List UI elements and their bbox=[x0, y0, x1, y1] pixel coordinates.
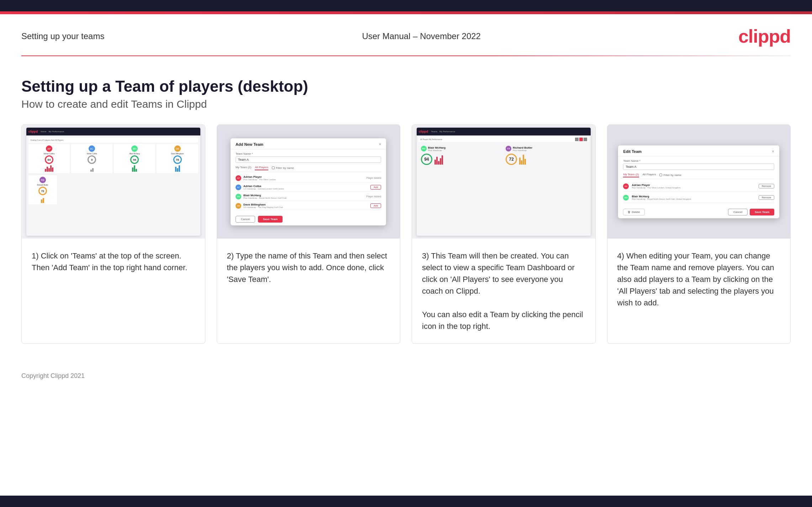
copyright: Copyright Clippd 2021 bbox=[21, 372, 85, 379]
n-3a: Blair McHarg bbox=[428, 146, 445, 149]
player-name-2a: Adrian Player bbox=[243, 175, 364, 178]
player-card-1e: RB Richard Butler 72 bbox=[28, 175, 57, 204]
modal-header-4: Edit Team × bbox=[618, 145, 779, 156]
scores-3a: 94 bbox=[421, 154, 501, 165]
edit-row-4a: AP Adrian Player Plus Handicap · The Shi… bbox=[623, 181, 774, 192]
add-btn-2d[interactable]: Add bbox=[370, 203, 381, 208]
nav-item-3b: My Performance bbox=[439, 130, 455, 133]
footer: Copyright Clippd 2021 bbox=[0, 365, 812, 387]
bar-d2 bbox=[177, 168, 178, 172]
filter-checkbox-4[interactable] bbox=[659, 174, 662, 176]
team-name-input-4[interactable]: Team A bbox=[623, 164, 774, 170]
name-1e: Richard Butler bbox=[37, 184, 48, 186]
save-btn-2[interactable]: Save Team bbox=[258, 216, 283, 223]
player-name-2b: Adrian Colba bbox=[243, 185, 368, 188]
card-3-text: 3) This Team will then be created. You c… bbox=[412, 239, 595, 343]
card-1-text: 1) Click on 'Teams' at the top of the sc… bbox=[22, 239, 205, 343]
player-club-2a: Plus Handicap · The Shire London bbox=[243, 178, 364, 181]
screenshot-4: Edit Team × Team Name * Team A My Team (… bbox=[607, 125, 791, 239]
avatar-row-2d: DB bbox=[236, 203, 241, 209]
trash-icon-4: 🗑 bbox=[628, 210, 631, 214]
av-3a: BM bbox=[421, 146, 427, 151]
club-edit-4b: Plus Handicap · Royal North Devon Golf C… bbox=[632, 198, 756, 200]
info-row-2c: Blair McHarg Plus Handicap · Royal North… bbox=[243, 194, 364, 199]
player-row-2d: DB Dave Billingham 3.5 Handicap · The Do… bbox=[236, 202, 381, 210]
player-card-1a: AP Adrian Collins 84 bbox=[28, 144, 70, 173]
filter-label-4: Filter by name bbox=[663, 174, 681, 177]
add-btn-2b[interactable]: Add bbox=[370, 185, 381, 190]
mock-grid-1: AP Adrian Collins 84 bbox=[28, 144, 198, 173]
player-card-1b: AC Adrian Colba 0 bbox=[71, 144, 112, 173]
filter-text-1: Finding 5 out of 5 players from All Play… bbox=[31, 139, 63, 141]
score-1b: 0 bbox=[88, 155, 96, 164]
logo: clippd bbox=[738, 26, 791, 47]
team-name-label-2: Team Name * bbox=[236, 152, 381, 155]
modal-close-2[interactable]: × bbox=[379, 142, 381, 147]
page-title-section: Setting up a Team of players (desktop) H… bbox=[0, 56, 812, 124]
modal-title-2: Add New Team bbox=[236, 142, 263, 146]
b3b1 bbox=[519, 158, 521, 165]
nav-item-teams: My Performance bbox=[48, 130, 64, 133]
delete-btn-4[interactable]: 🗑 Delete bbox=[623, 209, 644, 215]
info-3b: Richard Butler Plus Handicap bbox=[513, 146, 532, 151]
modal-close-4[interactable]: × bbox=[772, 149, 774, 154]
tab-allplayers-4[interactable]: All Players bbox=[643, 173, 656, 177]
score-big-3b: 72 bbox=[506, 154, 517, 165]
filter-by-name-4: Filter by name bbox=[659, 173, 681, 177]
info-row-2b: Adrian Colba 1.5 Handicap · Central Lond… bbox=[243, 185, 368, 190]
filter-checkbox-2[interactable] bbox=[272, 166, 275, 169]
mock-content-1: Finding 5 out of 5 players from All Play… bbox=[26, 135, 200, 236]
tab-myteam-2[interactable]: My Team (2) bbox=[236, 166, 251, 170]
filter-label-2: Filter by name bbox=[276, 166, 294, 170]
section-label: Setting up your teams bbox=[21, 31, 104, 41]
screenshot-2: Add New Team × Team Name * Team A My Tea… bbox=[217, 125, 400, 239]
footer-right-4: Cancel Save Team bbox=[728, 209, 774, 215]
cancel-btn-2[interactable]: Cancel bbox=[236, 216, 255, 223]
tab-myteam-4[interactable]: My Team (2) bbox=[623, 173, 639, 177]
bars-1c bbox=[132, 165, 137, 172]
bar-b2 bbox=[92, 168, 94, 172]
added-2a: Player Added bbox=[367, 177, 381, 179]
c-3b: Plus Handicap bbox=[513, 149, 532, 151]
bars-3b bbox=[519, 154, 526, 165]
bar-1 bbox=[45, 169, 46, 172]
score-1a: 84 bbox=[45, 155, 53, 164]
score-1d: 78 bbox=[173, 155, 182, 164]
modal-footer-4: 🗑 Delete Cancel Save Team bbox=[618, 206, 779, 218]
icon-3a bbox=[575, 138, 579, 141]
toolbar-3 bbox=[575, 138, 587, 141]
page-subtitle: How to create and edit Teams in Clippd bbox=[21, 98, 791, 110]
bars-1d bbox=[175, 165, 180, 172]
bar-5 bbox=[52, 167, 53, 172]
modal-tabs-2: My Team (2) All Players Filter by name bbox=[236, 166, 381, 172]
tab-allplayers-2[interactable]: All Players bbox=[255, 166, 268, 170]
content-3: All Players My Performance BM bbox=[417, 135, 591, 236]
card-3: clippd Teams My Performance All Players … bbox=[412, 124, 596, 344]
player-card-1d: DB Dave Billingham 78 bbox=[157, 144, 198, 173]
remove-btn-4b[interactable]: Remove bbox=[759, 195, 774, 200]
dashboard-mock-1: clippd Home My Performance Finding 5 out… bbox=[26, 128, 200, 236]
header: Setting up your teams User Manual – Nove… bbox=[0, 14, 812, 55]
bars-3a bbox=[434, 154, 443, 165]
filter-by-name-2[interactable]: Filter by name bbox=[272, 166, 294, 170]
edit-row-4b: BM Blair McHarg Plus Handicap · Royal No… bbox=[623, 193, 774, 203]
card-2: Add New Team × Team Name * Team A My Tea… bbox=[217, 124, 401, 344]
avatar-row-2c: BM bbox=[236, 194, 241, 199]
save-btn-4[interactable]: Save Team bbox=[750, 209, 774, 215]
mock-nav-items-3: Teams My Performance bbox=[431, 130, 455, 133]
team-name-input-2[interactable]: Team A bbox=[236, 156, 381, 163]
player-name-2c: Blair McHarg bbox=[243, 194, 364, 197]
name-edit-4b: Blair McHarg bbox=[632, 195, 756, 198]
player-club-2b: 1.5 Handicap · Central London Golf Centr… bbox=[243, 188, 368, 190]
top-bar bbox=[0, 0, 812, 11]
player-card-1c: BH Blair McHarg 94 bbox=[114, 144, 155, 173]
remove-btn-4a[interactable]: Remove bbox=[759, 184, 774, 188]
bars-1b bbox=[90, 165, 94, 172]
name-1c: Blair McHarg bbox=[130, 153, 140, 155]
player-card-3b: RB Richard Butler Plus Handicap 72 bbox=[504, 144, 587, 233]
modal-header-2: Add New Team × bbox=[231, 138, 386, 149]
mock-nav-items-1: Home My Performance bbox=[41, 130, 64, 133]
icon-3c bbox=[584, 138, 587, 141]
cancel-btn-4[interactable]: Cancel bbox=[728, 209, 748, 215]
scores-3b: 72 bbox=[506, 154, 586, 165]
